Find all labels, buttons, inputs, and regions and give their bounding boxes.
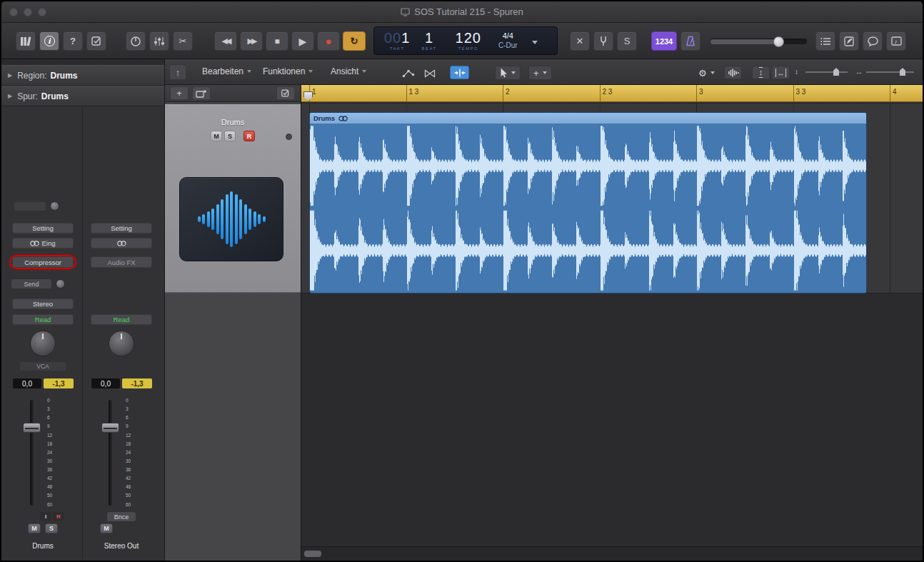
disclosure-triangle-icon[interactable]: ▶ (8, 72, 12, 79)
region-title-bar[interactable]: Drums (310, 113, 866, 124)
volume-fader[interactable]: 0369121824303642485060 (16, 398, 70, 507)
setting-button[interactable]: Setting (91, 223, 152, 234)
bar-ruler[interactable]: 11 322 333 34 (301, 85, 923, 102)
tuner-button[interactable] (593, 31, 613, 51)
input-monitor-button[interactable]: I (40, 512, 51, 521)
mute-button[interactable]: M (28, 523, 41, 533)
media-browser-button[interactable]: ♪ (886, 31, 906, 51)
peak-value[interactable]: -1,3 (122, 378, 152, 388)
flex-mode-button[interactable] (450, 66, 469, 79)
mixer-button[interactable] (149, 31, 169, 51)
pan-knob[interactable] (109, 331, 134, 356)
gain-knob[interactable] (50, 201, 59, 211)
vca-group-button[interactable]: VCA (20, 362, 66, 371)
track-lane[interactable]: Drums (301, 104, 923, 293)
lcd-signature-key[interactable]: 4/4 C-Dur (498, 31, 518, 49)
chat-bubble-button[interactable] (863, 31, 883, 51)
editors-button[interactable]: ✂ (173, 31, 193, 51)
send-slot[interactable]: Send (11, 279, 51, 288)
compressor-plugin-slot[interactable]: Compressor (12, 256, 74, 268)
automation-mode-button[interactable]: Read (12, 314, 74, 325)
record-button[interactable]: ● (317, 31, 340, 51)
lcd-display[interactable]: 001 TAKT 1 BEAT 120 TEMPO 4/4 C-Dur (373, 26, 558, 55)
solo-mode-button[interactable]: S (617, 31, 637, 51)
inspector-button[interactable]: i (39, 31, 59, 51)
input-slot-button[interactable]: Eing (12, 238, 74, 249)
audio-fx-slot[interactable]: Audio FX (91, 256, 152, 268)
volume-fader[interactable]: 0369121824303642485060 (94, 398, 149, 507)
pan-knob[interactable] (30, 331, 56, 356)
zoom-thumb[interactable] (900, 68, 905, 76)
track-mute-button[interactable]: M (211, 131, 222, 141)
menu-ansicht[interactable]: Ansicht (331, 66, 366, 76)
track-onoff-dot[interactable] (286, 134, 292, 140)
playhead-marker[interactable] (303, 91, 313, 101)
cycle-button[interactable]: ↻ (343, 31, 366, 51)
track-header-config-button[interactable] (276, 86, 295, 100)
mute-button[interactable]: M (100, 523, 113, 533)
flex-view-button[interactable] (424, 68, 436, 81)
library-button[interactable] (16, 31, 36, 51)
setting-button[interactable]: Setting (12, 223, 74, 234)
count-in-button[interactable]: 1234 (651, 31, 677, 51)
horizontal-scrollbar[interactable] (301, 546, 923, 561)
lcd-tempo[interactable]: 120 TEMPO (456, 31, 481, 51)
peak-value[interactable]: -1,3 (44, 378, 74, 388)
gain-field[interactable] (14, 202, 46, 211)
solo-button[interactable]: S (45, 523, 58, 533)
audio-region-drums[interactable]: Drums (309, 112, 867, 293)
horizontal-auto-zoom-button[interactable]: ↔ (772, 66, 790, 79)
track-solo-button[interactable]: S (224, 131, 236, 141)
waveform-zoom-button[interactable] (724, 66, 742, 79)
smart-controls-button[interactable] (126, 31, 146, 51)
note-pads-button[interactable] (839, 31, 859, 51)
up-arrow-button[interactable]: ↑ (169, 64, 186, 80)
region-inspector-header[interactable]: ▶ Region: Drums (1, 65, 164, 86)
fader-cap[interactable] (23, 423, 41, 433)
vertical-auto-zoom-button[interactable]: ↕ (752, 66, 770, 79)
list-editors-button[interactable] (815, 31, 835, 51)
lcd-bar-dim: 00 (384, 30, 401, 46)
stop-button[interactable]: ■ (266, 31, 288, 51)
master-volume-slider[interactable] (710, 39, 807, 44)
scrollbar-thumb[interactable] (304, 551, 321, 557)
secondary-tool-button[interactable]: + (528, 66, 552, 80)
duplicate-track-button[interactable] (192, 86, 211, 100)
automation-mode-button[interactable]: Read (91, 314, 152, 325)
output-button[interactable]: Stereo (12, 298, 74, 309)
track-inspector-header[interactable]: ▶ Spur: Drums (1, 86, 164, 106)
x-mode-button[interactable]: ✕ (570, 31, 590, 51)
volume-thumb[interactable] (773, 36, 784, 47)
menu-bearbeiten[interactable]: Bearbeiten (202, 66, 251, 76)
toolbar-toggle-button[interactable] (86, 31, 106, 51)
horizontal-zoom-slider[interactable]: ↔ (855, 67, 917, 77)
lcd-chevron-icon[interactable] (532, 34, 538, 47)
rewind-button[interactable]: ◀◀ (214, 31, 237, 51)
record-enable-button[interactable]: R (53, 512, 64, 521)
stereo-icon (117, 241, 126, 246)
metronome-button[interactable] (681, 31, 700, 51)
add-track-button[interactable]: + (170, 86, 189, 100)
quick-help-button[interactable]: ? (63, 31, 83, 51)
automation-button[interactable] (402, 68, 415, 81)
vertical-zoom-slider[interactable]: ↕ (795, 67, 850, 77)
zoom-thumb[interactable] (833, 68, 839, 76)
send-knob[interactable] (56, 279, 65, 288)
track-record-button[interactable]: R (243, 131, 255, 141)
snap-sett-button[interactable]: ⚙ (694, 66, 719, 80)
fader-cap[interactable] (101, 423, 119, 433)
stereo-format-button[interactable] (91, 238, 152, 249)
menu-funktionen[interactable]: Funktionen (263, 66, 313, 76)
forward-button[interactable]: ▶▶ (240, 31, 263, 51)
pointer-tool-button[interactable] (495, 66, 521, 80)
track-header-drums[interactable]: Drums M S R (165, 104, 301, 293)
track-name[interactable]: Drums (165, 118, 301, 126)
track-waveform-image[interactable] (179, 177, 283, 261)
lcd-position-beat[interactable]: 1 BEAT (421, 31, 436, 51)
disclosure-triangle-icon[interactable]: ▶ (8, 93, 12, 99)
volume-value[interactable]: 0,0 (13, 378, 41, 388)
play-button[interactable]: ▶ (291, 31, 314, 51)
lcd-position-bar[interactable]: 001 TAKT (384, 31, 410, 51)
volume-value[interactable]: 0,0 (91, 378, 120, 388)
bounce-button[interactable]: Bnce (107, 512, 136, 521)
